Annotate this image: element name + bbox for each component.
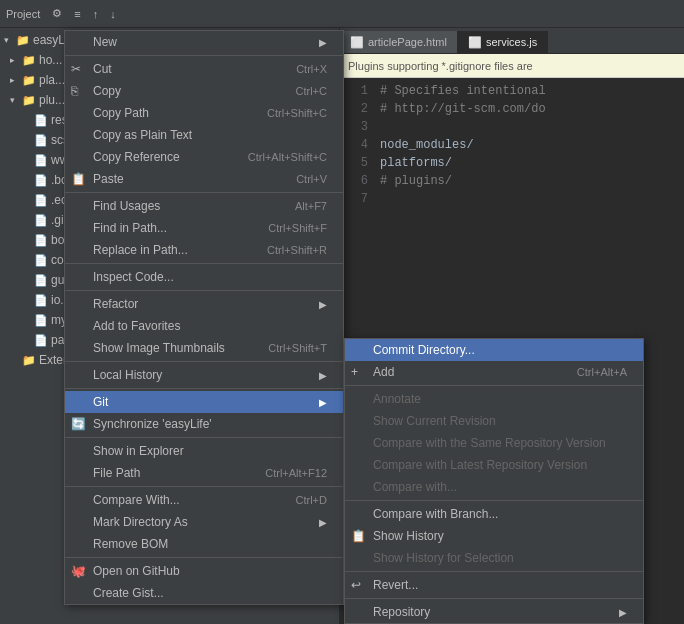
submenu-arrow-icon: ▶ [319, 397, 327, 408]
menu-item-synchronize[interactable]: 🔄 Synchronize 'easyLife' [65, 413, 343, 435]
menu-item-create-gist[interactable]: Create Gist... [65, 582, 343, 604]
context-menu: New ▶ ✂ Cut Ctrl+X ⎘ Copy Ctrl+C Copy Pa… [64, 30, 344, 605]
menu-item-copy-ref[interactable]: Copy Reference Ctrl+Alt+Shift+C [65, 146, 343, 168]
git-submenu-item-show-history[interactable]: 📋 Show History [345, 525, 643, 547]
code-line-6: # plugins/ [376, 172, 546, 190]
tab-articlepage[interactable]: ⬜ articlePage.html [340, 31, 458, 53]
line-num-5: 5 [348, 154, 368, 172]
menu-item-refactor[interactable]: Refactor ▶ [65, 293, 343, 315]
menu-item-replace-path[interactable]: Replace in Path... Ctrl+Shift+R [65, 239, 343, 261]
shortcut-label: Ctrl+Shift+C [247, 107, 327, 119]
menu-item-local-history[interactable]: Local History ▶ [65, 364, 343, 386]
menu-icon[interactable]: ≡ [70, 6, 84, 22]
settings-icon[interactable]: ⚙ [48, 5, 66, 22]
up-icon[interactable]: ↑ [89, 6, 103, 22]
git-submenu-item-compare-same: Compare with the Same Repository Version [345, 432, 643, 454]
menu-item-file-path[interactable]: File Path Ctrl+Alt+F12 [65, 462, 343, 484]
submenu-separator-1 [345, 385, 643, 386]
menu-item-copy[interactable]: ⎘ Copy Ctrl+C [65, 80, 343, 102]
line-num-4: 4 [348, 136, 368, 154]
code-line-5: platforms/ [376, 154, 546, 172]
file-icon: 📄 [34, 174, 48, 187]
menu-item-label: Copy [93, 84, 121, 98]
menu-item-mark-dir[interactable]: Mark Directory As ▶ [65, 511, 343, 533]
menu-item-open-github[interactable]: 🐙 Open on GitHub [65, 560, 343, 582]
git-submenu-item-repository[interactable]: Repository ▶ [345, 601, 643, 623]
file-icon: 📄 [34, 314, 48, 327]
shortcut-label: Ctrl+Shift+T [248, 342, 327, 354]
tree-arrow: ▸ [10, 75, 20, 85]
file-icon: 📄 [34, 214, 48, 227]
git-submenu-item-add[interactable]: + Add Ctrl+Alt+A [345, 361, 643, 383]
menu-item-label: Refactor [93, 297, 138, 311]
shortcut-label: Ctrl+Shift+F [248, 222, 327, 234]
menu-item-cut[interactable]: ✂ Cut Ctrl+X [65, 58, 343, 80]
file-icon: 📄 [34, 234, 48, 247]
submenu-item-label: Revert... [373, 578, 418, 592]
submenu-item-label: Show Current Revision [373, 414, 496, 428]
git-submenu-item-compare-latest: Compare with Latest Repository Version [345, 454, 643, 476]
menu-item-show-explorer[interactable]: Show in Explorer [65, 440, 343, 462]
code-content: # Specifies intentional # http://git-scm… [376, 82, 546, 208]
tabs-bar: ⬜ articlePage.html ⬜ services.js [340, 28, 684, 54]
tree-arrow: ▸ [10, 55, 20, 65]
menu-item-label: Replace in Path... [93, 243, 188, 257]
git-submenu-item-compare-with: Compare with... [345, 476, 643, 498]
menu-item-copy-plain[interactable]: Copy as Plain Text [65, 124, 343, 146]
menu-item-label: Cut [93, 62, 112, 76]
menu-separator-8 [65, 486, 343, 487]
line-num-3: 3 [348, 118, 368, 136]
shortcut-label: Ctrl+X [276, 63, 327, 75]
menu-item-find-path[interactable]: Find in Path... Ctrl+Shift+F [65, 217, 343, 239]
menu-item-find-usages[interactable]: Find Usages Alt+F7 [65, 195, 343, 217]
menu-item-compare-with[interactable]: Compare With... Ctrl+D [65, 489, 343, 511]
tab-icon: ⬜ [468, 36, 482, 49]
menu-item-label: Mark Directory As [93, 515, 188, 529]
git-submenu-item-commit-dir[interactable]: Commit Directory... [345, 339, 643, 361]
tree-item-label: pla... [39, 73, 65, 87]
folder-icon: 📁 [22, 94, 36, 107]
menu-item-label: New [93, 35, 117, 49]
shortcut-label: Ctrl+Shift+R [247, 244, 327, 256]
menu-item-add-favorites[interactable]: Add to Favorites [65, 315, 343, 337]
file-icon: 📄 [34, 194, 48, 207]
menu-item-label: Show in Explorer [93, 444, 184, 458]
menu-item-label: Git [93, 395, 108, 409]
menu-item-copy-path[interactable]: Copy Path Ctrl+Shift+C [65, 102, 343, 124]
revert-icon: ↩ [351, 578, 361, 592]
git-submenu-item-show-current: Show Current Revision [345, 410, 643, 432]
code-line-3 [376, 118, 546, 136]
line-numbers: 1 2 3 4 5 6 7 [340, 82, 376, 208]
menu-item-label: Find Usages [93, 199, 160, 213]
file-icon: 📄 [34, 134, 48, 147]
tree-item-label: ho... [39, 53, 62, 67]
line-num-7: 7 [348, 190, 368, 208]
git-submenu-item-revert[interactable]: ↩ Revert... [345, 574, 643, 596]
menu-separator-9 [65, 557, 343, 558]
menu-item-show-thumbnails[interactable]: Show Image Thumbnails Ctrl+Shift+T [65, 337, 343, 359]
menu-item-git[interactable]: Git ▶ [65, 391, 343, 413]
menu-item-remove-bom[interactable]: Remove BOM [65, 533, 343, 555]
file-icon: 📄 [34, 114, 48, 127]
submenu-item-label: Compare with... [373, 480, 457, 494]
submenu-item-label: Show History [373, 529, 444, 543]
notification-bar: Plugins supporting *.gitignore files are [340, 54, 684, 78]
file-icon: 📄 [34, 294, 48, 307]
copy-icon: ⎘ [71, 84, 78, 98]
submenu-arrow-icon: ▶ [319, 370, 327, 381]
tab-services[interactable]: ⬜ services.js [458, 31, 548, 53]
down-icon[interactable]: ↓ [106, 6, 120, 22]
git-submenu-item-compare-branch[interactable]: Compare with Branch... [345, 503, 643, 525]
menu-item-new[interactable]: New ▶ [65, 31, 343, 53]
menu-item-label: File Path [93, 466, 140, 480]
line-num-1: 1 [348, 82, 368, 100]
shortcut-label: Ctrl+V [276, 173, 327, 185]
tree-arrow: ▾ [4, 35, 14, 45]
line-num-6: 6 [348, 172, 368, 190]
menu-item-inspect[interactable]: Inspect Code... [65, 266, 343, 288]
submenu-item-label: Commit Directory... [373, 343, 475, 357]
menu-item-label: Copy as Plain Text [93, 128, 192, 142]
git-submenu: Commit Directory... + Add Ctrl+Alt+A Ann… [344, 338, 644, 624]
submenu-item-label: Compare with Branch... [373, 507, 498, 521]
menu-item-paste[interactable]: 📋 Paste Ctrl+V [65, 168, 343, 190]
